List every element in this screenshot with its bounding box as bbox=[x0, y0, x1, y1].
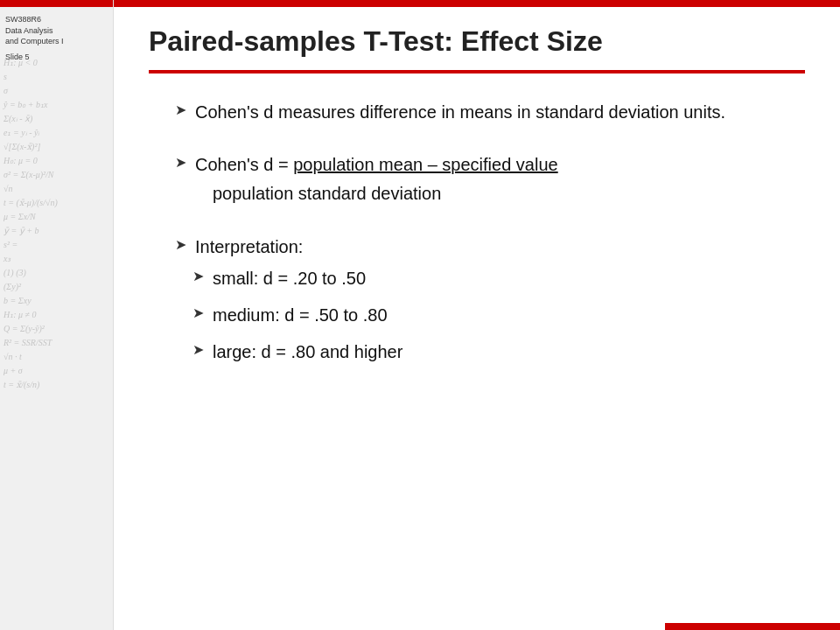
cohens-d-denominator: population standard deviation bbox=[213, 180, 558, 206]
formula-5: Σ(xᵢ - x̄) bbox=[4, 112, 110, 126]
formula-14: s² = bbox=[4, 238, 110, 252]
formula-11: t = (x̄-μ)/(s/√n) bbox=[4, 196, 110, 210]
bullet-item-1: ➤ Cohen's d measures difference in means… bbox=[175, 100, 788, 124]
bullet-item-3: ➤ Interpretation: ➤ small: d = .20 to .5… bbox=[175, 234, 788, 376]
sub-bullets: ➤ small: d = .20 to .50 ➤ medium: d = .5… bbox=[175, 266, 402, 376]
bullet-text-1: Cohen's d measures difference in means i… bbox=[195, 100, 725, 124]
course-line3: and Computers I bbox=[5, 37, 64, 46]
slide-title: Paired-samples T-Test: Effect Size bbox=[149, 24, 805, 58]
formula-18: b = Σxy bbox=[4, 294, 110, 308]
sub-bullet-text-2: medium: d = .50 to .80 bbox=[213, 303, 388, 327]
interpretation-label: Interpretation: bbox=[195, 237, 303, 256]
sub-bullet-item-2: ➤ medium: d = .50 to .80 bbox=[175, 303, 402, 327]
formula-1: H₁: μ < 0 bbox=[4, 56, 110, 70]
bottom-red-bar bbox=[665, 623, 840, 630]
formula-12: μ = Σx/N bbox=[4, 210, 110, 224]
formula-8: H₀: μ = 0 bbox=[4, 154, 110, 168]
bullet-1-content: Cohen's d measures difference in means i… bbox=[195, 102, 725, 122]
sub-bullet-item-1: ➤ small: d = .20 to .50 bbox=[175, 266, 402, 290]
formula-16: (1) (3) bbox=[4, 266, 110, 280]
sub-bullet-text-3: large: d = .80 and higher bbox=[213, 340, 402, 364]
formula-3: σ bbox=[4, 84, 110, 98]
sub-bullet-arrow-3: ➤ bbox=[192, 341, 204, 358]
formula-4: ŷ = b₀ + b₁x bbox=[4, 98, 110, 112]
formula-17: (Σy)² bbox=[4, 280, 110, 294]
formula-7: √[Σ(x-x̄)²] bbox=[4, 140, 110, 154]
main-content: Paired-samples T-Test: Effect Size ➤ Coh… bbox=[114, 0, 840, 630]
formula-23: μ + σ bbox=[4, 364, 110, 378]
cohens-d-numerator: population mean – specified value bbox=[293, 155, 557, 174]
formula-15: x₃ bbox=[4, 252, 110, 266]
formula-block: population standard deviation bbox=[195, 180, 558, 206]
bullet-arrow-1: ➤ bbox=[175, 102, 186, 118]
bullet-item-2: ➤ Cohen's d = population mean – specifie… bbox=[175, 152, 788, 206]
sub-bullet-arrow-2: ➤ bbox=[192, 304, 204, 321]
bullet-text-3: Interpretation: bbox=[195, 234, 303, 259]
formula-24: t = x̄/(s/n) bbox=[4, 378, 110, 392]
content-area: ➤ Cohen's d measures difference in means… bbox=[114, 74, 840, 422]
sub-bullet-text-1: small: d = .20 to .50 bbox=[213, 266, 366, 290]
formula-10: √n bbox=[4, 182, 110, 196]
bullet-arrow-2: ➤ bbox=[175, 154, 186, 171]
top-red-bar bbox=[114, 0, 840, 7]
formula-21: R² = SSR/SST bbox=[4, 336, 110, 350]
watermark-formulas: H₁: μ < 0 s σ ŷ = b₀ + b₁x Σ(xᵢ - x̄) e₁… bbox=[0, 52, 114, 621]
sidebar-course-info: SW388R6 Data Analysis and Computers I bbox=[0, 7, 113, 51]
formula-9: σ² = Σ(x-μ)²/N bbox=[4, 168, 110, 182]
sidebar: SW388R6 Data Analysis and Computers I Sl… bbox=[0, 0, 114, 630]
bullet-text-2: Cohen's d = population mean – specified … bbox=[195, 152, 558, 206]
sub-bullet-item-3: ➤ large: d = .80 and higher bbox=[175, 340, 402, 364]
formula-20: Q = Σ(y-ŷ)² bbox=[4, 322, 110, 336]
formula-13: ȳ = ȳ + b bbox=[4, 224, 110, 238]
sidebar-top-bar bbox=[0, 0, 113, 7]
formula-6: e₁ = yᵢ - ŷᵢ bbox=[4, 126, 110, 140]
sub-bullet-arrow-1: ➤ bbox=[192, 268, 204, 284]
bullet-arrow-3: ➤ bbox=[175, 236, 186, 253]
formula-2: s bbox=[4, 70, 110, 84]
formula-19: H₁: μ ≠ 0 bbox=[4, 308, 110, 322]
formula-22: √n · t bbox=[4, 350, 110, 364]
course-line2: Data Analysis bbox=[5, 26, 53, 35]
cohens-d-prefix: Cohen's d = bbox=[195, 155, 293, 174]
title-section: Paired-samples T-Test: Effect Size bbox=[114, 7, 840, 65]
course-line1: SW388R6 bbox=[5, 15, 41, 24]
